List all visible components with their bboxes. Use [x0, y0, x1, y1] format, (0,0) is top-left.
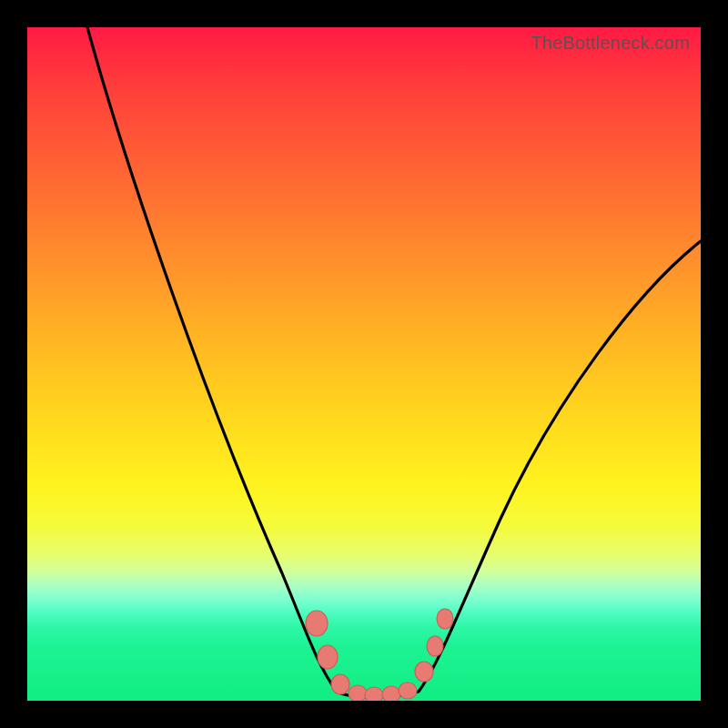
svg-point-3	[349, 685, 367, 701]
svg-point-0	[306, 611, 328, 636]
svg-point-6	[399, 682, 417, 699]
svg-point-8	[427, 636, 443, 656]
bottleneck-curve	[87, 27, 701, 697]
svg-point-2	[331, 674, 349, 694]
svg-point-5	[382, 686, 400, 701]
svg-point-9	[437, 609, 453, 629]
valley-markers	[306, 609, 453, 701]
watermark-text: TheBottleneck.com	[531, 33, 690, 54]
svg-point-7	[415, 662, 433, 682]
curve-layer	[27, 27, 701, 701]
svg-point-4	[365, 687, 383, 701]
chart-plot-area: TheBottleneck.com	[27, 27, 701, 701]
svg-point-1	[318, 645, 338, 669]
